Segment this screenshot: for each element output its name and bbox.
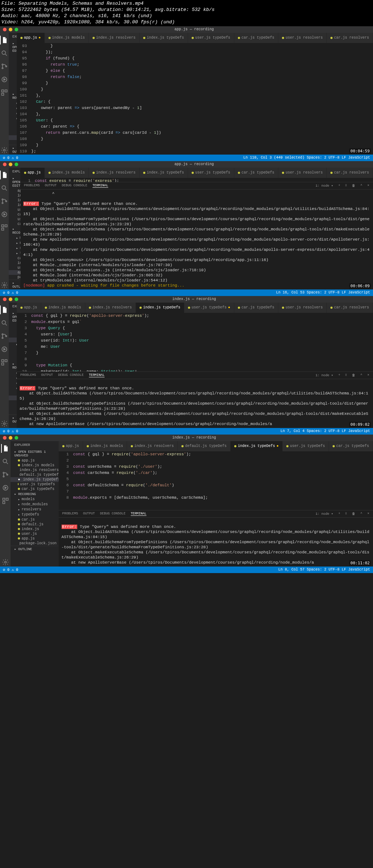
terminal-add-icon[interactable]: +: [338, 184, 340, 188]
gear-icon[interactable]: [0, 281, 9, 289]
sidebar-item[interactable]: index.js models: [9, 328, 17, 333]
debug-icon[interactable]: [1, 483, 10, 492]
sidebar-item[interactable]: car.js resolvers: [9, 222, 20, 226]
search-icon[interactable]: [0, 49, 9, 58]
close-window-button[interactable]: [3, 163, 7, 166]
terminal-tab[interactable]: PROBLEMS: [20, 373, 36, 377]
outline-section[interactable]: ▸ OUTLINE: [9, 414, 17, 425]
editor-tab[interactable]: user.js typeDefs ●: [184, 303, 234, 313]
sidebar-item[interactable]: ▸models: [11, 497, 59, 502]
editor-tab[interactable]: index.js models: [45, 33, 89, 43]
sidebar-item[interactable]: ▸resolvers: [9, 381, 17, 386]
files-icon[interactable]: [1, 444, 10, 453]
sidebar-item[interactable]: user.js typeDefs: [9, 207, 20, 212]
terminal-output[interactable]: ^ Error: Type "Query" was defined more t…: [20, 190, 373, 289]
sidebar-item[interactable]: index.js typeDefs: [9, 68, 17, 73]
git-icon[interactable]: [0, 62, 9, 71]
outline-section[interactable]: ▸ OUTLINE: [11, 546, 59, 552]
editor-tab[interactable]: user.js typeDefs: [283, 441, 329, 451]
sidebar-item[interactable]: app.js: [9, 188, 20, 193]
terminal-tab[interactable]: PROBLEMS: [62, 512, 78, 516]
sidebar-section[interactable]: ▸ OPEN EDITORS 1 UNSAVED: [11, 449, 59, 458]
sidebar-item[interactable]: ▸resolvers: [9, 111, 17, 116]
sidebar-item[interactable]: app.js: [9, 270, 20, 275]
terminal-maximize-icon[interactable]: ^: [360, 373, 362, 377]
terminal-split-icon[interactable]: ⫴: [345, 512, 347, 516]
editor-tab[interactable]: index.js resolvers: [85, 303, 136, 313]
editor-tab[interactable]: user.js resolvers: [278, 33, 327, 43]
terminal-tab[interactable]: TERMINAL: [93, 184, 108, 188]
sidebar-item[interactable]: index.js resolvers: [11, 468, 59, 472]
gear-icon[interactable]: [0, 146, 9, 155]
sidebar-item[interactable]: user.js: [9, 265, 20, 270]
terminal-tab[interactable]: DEBUG CONSOLE: [58, 373, 83, 377]
maximize-window-button[interactable]: [15, 163, 18, 166]
search-icon[interactable]: [1, 457, 10, 466]
editor-tab[interactable]: user.js resolvers: [278, 303, 327, 313]
minimap[interactable]: [358, 313, 373, 371]
sidebar-item[interactable]: ▸typeDefs: [9, 251, 20, 256]
sidebar-section[interactable]: ▸ RECORDING: [9, 92, 17, 101]
sidebar-item[interactable]: package-lock.json: [9, 410, 17, 414]
editor-tab[interactable]: index.js typeDefs: [140, 33, 188, 43]
extensions-icon[interactable]: [0, 223, 9, 232]
sidebar-item[interactable]: app.js: [11, 536, 59, 541]
sidebar-section[interactable]: ▸ RECORDING: [9, 361, 17, 370]
sidebar-item[interactable]: app.js: [9, 135, 17, 140]
sidebar-item[interactable]: ▸node_modules: [9, 375, 17, 381]
editor-tab[interactable]: index.js typeDefs: [140, 168, 188, 178]
outline-section[interactable]: ▸ OUTLINE: [9, 145, 17, 155]
gear-icon[interactable]: [1, 558, 10, 567]
sidebar-item[interactable]: car.js: [9, 121, 17, 126]
editor-tab[interactable]: app.js: [59, 441, 83, 451]
close-window-button[interactable]: [3, 436, 7, 440]
editor-tab[interactable]: user.js resolvers: [278, 168, 327, 178]
editor-tab[interactable]: car.js typeDefs: [234, 168, 278, 178]
sidebar-item[interactable]: user.js: [11, 532, 59, 536]
terminal-tab[interactable]: TERMINAL: [89, 373, 105, 377]
sidebar-section[interactable]: ▸ OPEN EDITORS: [9, 41, 17, 54]
terminal-trash-icon[interactable]: 🗑: [352, 184, 355, 188]
sidebar-item[interactable]: car.js resolvers: [9, 357, 17, 361]
editor-tab[interactable]: index.js resolvers: [127, 441, 178, 451]
editor-tab[interactable]: index.js models: [41, 303, 85, 313]
terminal-tab[interactable]: OUTPUT: [41, 373, 53, 377]
sidebar-item[interactable]: user.js resolvers: [9, 217, 20, 222]
sidebar-item[interactable]: ●user.js typeDefs: [9, 342, 17, 347]
git-icon[interactable]: [0, 197, 9, 206]
sidebar-item[interactable]: index.js models: [9, 193, 20, 198]
editor-tab[interactable]: car.js typeDefs: [234, 33, 278, 43]
terminal-output[interactable]: Error: Type "Query" was defined more tha…: [59, 518, 373, 567]
editor-tab[interactable]: car.js resolvers: [327, 303, 373, 313]
sidebar-item[interactable]: user.js: [9, 400, 17, 405]
sidebar-item[interactable]: ▸node_modules: [11, 502, 59, 507]
sidebar-item[interactable]: index.js: [9, 261, 20, 265]
sidebar-item[interactable]: package-lock.json: [9, 140, 17, 145]
files-icon[interactable]: [0, 36, 9, 44]
editor-tab[interactable]: app.js ●: [17, 33, 45, 43]
git-icon[interactable]: [1, 470, 10, 479]
editor-tab[interactable]: app.js: [20, 168, 45, 178]
sidebar-item[interactable]: package-lock.json: [11, 541, 59, 546]
sidebar-item[interactable]: user.js typeDefs: [11, 482, 59, 487]
close-window-button[interactable]: [3, 297, 7, 301]
editor-tab[interactable]: index.js resolvers: [89, 33, 140, 43]
sidebar-item[interactable]: index.js resolvers: [9, 63, 17, 68]
code-editor[interactable]: 12345678910111213141516const { gql } = r…: [17, 313, 373, 371]
sidebar-item[interactable]: car.js: [9, 391, 17, 396]
terminal-maximize-icon[interactable]: ^: [360, 512, 362, 516]
git-icon[interactable]: [0, 332, 9, 340]
sidebar-item[interactable]: car.js typeDefs: [9, 212, 20, 217]
sidebar-item[interactable]: ▸models: [9, 101, 17, 106]
terminal-close-icon[interactable]: ×: [368, 184, 369, 188]
maximize-window-button[interactable]: [15, 28, 18, 31]
search-icon[interactable]: [0, 184, 9, 192]
code-editor[interactable]: 1234567const express = require('express'…: [20, 178, 373, 182]
terminal-split-icon[interactable]: ⫴: [345, 373, 347, 377]
terminal-tab[interactable]: TERMINAL: [131, 512, 146, 516]
sidebar-item[interactable]: car.js resolvers: [9, 87, 17, 92]
sidebar-item[interactable]: ▸resolvers: [11, 507, 59, 512]
files-icon[interactable]: [0, 171, 9, 179]
sidebar-section[interactable]: ▸ OPEN EDITORS: [9, 311, 17, 323]
minimap[interactable]: [358, 451, 373, 510]
